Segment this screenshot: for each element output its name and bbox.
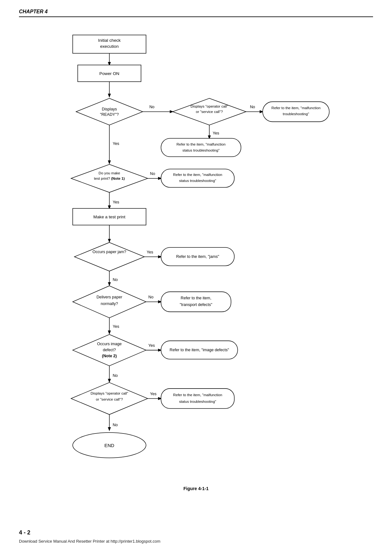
svg-text:Displays "operator call": Displays "operator call" xyxy=(90,391,128,395)
svg-text:Refer to the item, "malfunctio: Refer to the item, "malfunction xyxy=(272,106,321,110)
svg-text:status troubleshooting": status troubleshooting" xyxy=(179,179,216,183)
footer-download-text: Download Service Manual And Resetter Pri… xyxy=(19,539,160,544)
svg-text:status troubleshooting": status troubleshooting" xyxy=(179,400,216,403)
node-transport-defects xyxy=(161,292,231,312)
svg-text:execution: execution xyxy=(100,44,119,49)
svg-text:No: No xyxy=(149,105,154,109)
svg-text:Do you make: Do you make xyxy=(99,171,120,175)
svg-text:Delivers paper: Delivers paper xyxy=(96,295,122,299)
svg-text:No: No xyxy=(148,295,153,299)
svg-text:No: No xyxy=(113,278,118,282)
svg-text:Initial check: Initial check xyxy=(98,38,121,43)
svg-text:test print? (Note 1): test print? (Note 1) xyxy=(94,177,125,180)
svg-text:Yes: Yes xyxy=(213,131,219,135)
svg-text:Yes: Yes xyxy=(113,324,119,329)
svg-text:No: No xyxy=(113,373,118,378)
svg-text:normally?: normally? xyxy=(101,302,118,306)
svg-text:Yes: Yes xyxy=(148,343,155,348)
chapter-title: CHAPTER 4 xyxy=(19,9,48,14)
svg-text:Yes: Yes xyxy=(150,392,157,396)
svg-text:Occurs paper jam?: Occurs paper jam? xyxy=(93,250,126,254)
svg-text:Displays "operator call": Displays "operator call" xyxy=(191,104,228,108)
svg-text:Refer to the item, "image defe: Refer to the item, "image defects" xyxy=(170,348,229,352)
flowchart-container: Initial check execution Power ON Display… xyxy=(19,32,373,525)
svg-text:No: No xyxy=(250,105,255,109)
svg-text:Refer to the item, "malfunctio: Refer to the item, "malfunction xyxy=(176,142,225,146)
node-malfunction-status-1 xyxy=(161,138,241,157)
svg-text:END: END xyxy=(104,443,114,448)
svg-text:or "service call"?: or "service call"? xyxy=(196,110,223,114)
svg-text:Occurs image: Occurs image xyxy=(97,342,122,346)
svg-text:Yes: Yes xyxy=(113,141,119,146)
chapter-header: CHAPTER 4 xyxy=(19,9,373,17)
svg-text:"transport defects": "transport defects" xyxy=(180,302,212,307)
svg-text:or "service call"?: or "service call"? xyxy=(96,397,123,401)
svg-text:Refer to the item,: Refer to the item, xyxy=(181,296,211,300)
node-displays-ready xyxy=(76,98,143,125)
flowchart-svg: Initial check execution Power ON Display… xyxy=(19,32,373,525)
node-malfunction-status-3 xyxy=(161,389,234,408)
footer-page: 4 - 2 xyxy=(19,529,30,536)
svg-text:Make a test print: Make a test print xyxy=(93,215,125,219)
svg-text:Displays: Displays xyxy=(102,107,117,111)
svg-text:Power ON: Power ON xyxy=(99,71,119,76)
node-malfunction-status-inline xyxy=(161,169,234,187)
svg-text:No: No xyxy=(150,171,155,176)
node-paper-jam xyxy=(74,242,144,271)
svg-text:No: No xyxy=(113,423,118,427)
svg-text:defect?: defect? xyxy=(103,348,116,352)
svg-text:Refer to the item, "jams": Refer to the item, "jams" xyxy=(176,254,219,259)
svg-text:Yes: Yes xyxy=(147,250,153,254)
svg-text:Refer to the item, "malfunctio: Refer to the item, "malfunction xyxy=(173,173,222,177)
svg-text:"READY"?: "READY"? xyxy=(100,112,119,117)
svg-text:Refer to the item, "malfunctio: Refer to the item, "malfunction xyxy=(173,393,222,397)
svg-text:status troubleshooting": status troubleshooting" xyxy=(182,148,219,152)
svg-text:Yes: Yes xyxy=(113,200,119,204)
figure-caption: Figure 4-1-1 xyxy=(19,486,373,491)
svg-text:troubleshooting": troubleshooting" xyxy=(283,112,309,116)
svg-text:(Note 2): (Note 2) xyxy=(102,354,117,358)
